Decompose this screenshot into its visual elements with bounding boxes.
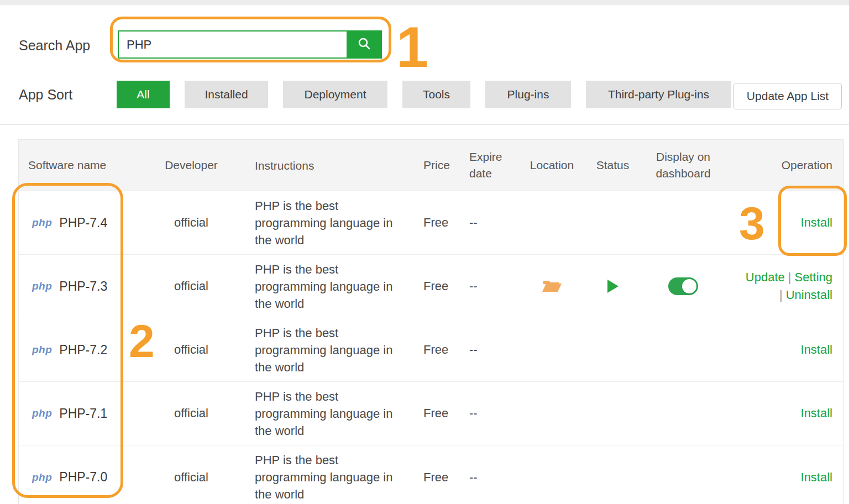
- expire-date-cell: --: [459, 279, 517, 293]
- header-expire-date: Expire date: [459, 149, 517, 182]
- developer-cell: official: [139, 406, 244, 421]
- instructions-cell: PHP is the best programming language in …: [244, 324, 412, 376]
- table-row-php-7-3: php PHP-7.3 official PHP is the best pro…: [19, 255, 843, 318]
- instructions-cell: PHP is the best programming language in …: [244, 452, 412, 503]
- tab-tools[interactable]: Tools: [402, 81, 470, 108]
- app-sort-label: App Sort: [19, 87, 72, 103]
- instructions-cell: PHP is the best programming language in …: [244, 197, 412, 249]
- display-on-dashboard-cell: [639, 277, 727, 295]
- software-name: PHP-7.4: [59, 216, 107, 230]
- tab-deployment[interactable]: Deployment: [283, 81, 387, 108]
- search-app-label: Search App: [19, 38, 90, 54]
- operation-separator: |: [785, 270, 795, 284]
- install-link[interactable]: Install: [801, 343, 832, 356]
- tab-plug-ins[interactable]: Plug-ins: [485, 81, 571, 108]
- table-row-php-7-2: php PHP-7.2 official PHP is the best pro…: [19, 318, 843, 382]
- update-app-list-button[interactable]: Update App List: [733, 83, 842, 109]
- table-row-php-7-4: php PHP-7.4 official PHP is the best pro…: [19, 191, 843, 255]
- tab-installed[interactable]: Installed: [185, 81, 268, 108]
- search-input[interactable]: [118, 30, 347, 59]
- page-top-strip: [0, 0, 849, 5]
- header-price: Price: [412, 159, 459, 172]
- header-status: Status: [586, 159, 639, 172]
- status-cell: [586, 280, 639, 293]
- header-location: Location: [517, 159, 586, 172]
- apps-table: Software name Developer Instructions Pri…: [18, 139, 844, 504]
- price-cell: Free: [412, 470, 459, 485]
- operation-cell: Install: [727, 214, 843, 232]
- running-play-icon[interactable]: [607, 280, 619, 293]
- php-icon: php: [32, 471, 52, 484]
- update-link[interactable]: Update: [746, 270, 785, 284]
- header-operation: Operation: [727, 156, 843, 174]
- search-icon: [357, 36, 372, 53]
- setting-link[interactable]: Setting: [795, 270, 833, 284]
- php-icon: php: [32, 344, 52, 356]
- header-developer: Developer: [139, 159, 244, 172]
- dashboard-toggle[interactable]: [668, 277, 698, 295]
- header-display-on-dashboard: Display on dashboard: [639, 149, 727, 182]
- expire-date-cell: --: [459, 216, 517, 230]
- install-link[interactable]: Install: [801, 470, 832, 484]
- table-header: Software name Developer Instructions Pri…: [19, 140, 843, 191]
- app-sort-tabs: All Installed Deployment Tools Plug-ins …: [117, 81, 731, 108]
- developer-cell: official: [139, 470, 244, 485]
- toggle-knob: [682, 279, 696, 293]
- table-row-php-7-1: php PHP-7.1 official PHP is the best pro…: [19, 382, 843, 445]
- location-cell: [517, 276, 586, 296]
- price-cell: Free: [412, 279, 459, 293]
- expire-date-cell: --: [459, 406, 517, 421]
- php-icon: php: [32, 407, 52, 419]
- instructions-cell: PHP is the best programming language in …: [244, 388, 412, 439]
- tab-all[interactable]: All: [117, 81, 170, 108]
- operation-cell: Install: [727, 469, 843, 486]
- php-icon: php: [32, 280, 52, 292]
- operation-line-2: |Uninstall: [727, 286, 832, 304]
- software-name: PHP-7.3: [59, 279, 107, 294]
- expire-date-cell: --: [459, 470, 517, 485]
- header-software-name: Software name: [19, 159, 139, 172]
- price-cell: Free: [412, 343, 459, 357]
- table-row-php-7-0: php PHP-7.0 official PHP is the best pro…: [19, 445, 843, 504]
- search-filter-panel: Search App App Sort All Installed Deploy…: [0, 5, 849, 125]
- header-instructions: Instructions: [244, 157, 412, 174]
- operation-cell: Update|Setting |Uninstall: [727, 269, 843, 304]
- expire-date-cell: --: [459, 343, 517, 357]
- search-box: [118, 30, 382, 59]
- price-cell: Free: [412, 216, 459, 230]
- software-name: PHP-7.0: [59, 470, 107, 485]
- install-link[interactable]: Install: [801, 406, 832, 420]
- developer-cell: official: [139, 279, 244, 293]
- operation-cell: Install: [727, 405, 843, 422]
- developer-cell: official: [139, 343, 244, 357]
- operation-separator: |: [776, 288, 786, 302]
- software-name: PHP-7.2: [59, 343, 107, 358]
- developer-cell: official: [139, 216, 244, 230]
- install-link[interactable]: Install: [801, 216, 832, 229]
- price-cell: Free: [412, 406, 459, 421]
- uninstall-link[interactable]: Uninstall: [786, 288, 832, 302]
- php-icon: php: [32, 217, 52, 229]
- instructions-cell: PHP is the best programming language in …: [244, 261, 412, 312]
- tab-third-party-plug-ins[interactable]: Third-party Plug-ins: [586, 81, 731, 108]
- operation-cell: Install: [727, 341, 843, 359]
- open-folder-icon[interactable]: [542, 276, 562, 296]
- software-name: PHP-7.1: [59, 406, 107, 421]
- operation-line-1: Update|Setting: [727, 269, 832, 286]
- search-button[interactable]: [347, 30, 382, 59]
